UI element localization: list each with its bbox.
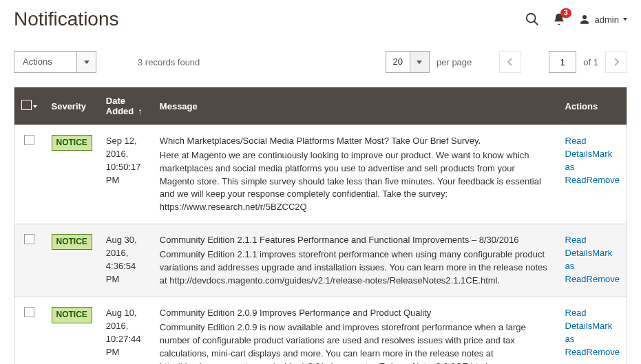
actions-dropdown-label: Actions — [14, 52, 76, 72]
row-checkbox[interactable] — [24, 135, 34, 145]
actions-dropdown[interactable]: Actions — [14, 51, 96, 73]
date-added-cell: Aug 30, 2016, 4:36:54 PM — [99, 224, 153, 297]
row-actions: Read DetailsMark as ReadRemove — [558, 297, 627, 364]
admin-label: admin — [595, 14, 619, 25]
read-details-link[interactable]: Read Details — [565, 136, 593, 159]
svg-point-0 — [526, 14, 535, 23]
caret-down-icon — [76, 52, 96, 72]
user-icon — [578, 13, 591, 25]
message-cell: Community Edition 2.0.9 Improves Perform… — [153, 297, 558, 364]
message-cell: Which Marketplaces/Social Media Platform… — [153, 125, 558, 224]
column-header-actions: Actions — [558, 87, 627, 125]
row-checkbox[interactable] — [24, 307, 34, 317]
records-found-label: 3 records found — [138, 57, 200, 67]
read-details-link[interactable]: Read Details — [565, 235, 593, 258]
search-icon[interactable] — [525, 12, 540, 27]
column-header-message[interactable]: Message — [153, 87, 558, 125]
notifications-table: Severity Date Added↑ Message Actions NOT… — [14, 87, 627, 364]
remove-link[interactable]: Remove — [587, 175, 620, 185]
svg-line-1 — [534, 21, 538, 25]
column-header-date-label: Date Added — [106, 96, 134, 116]
row-actions: Read DetailsMark as ReadRemove — [558, 125, 627, 224]
prev-page-button[interactable] — [499, 51, 521, 73]
per-page-label: per page — [437, 57, 472, 67]
sort-ascending-icon: ↑ — [138, 106, 143, 116]
page-title: Notifications — [14, 8, 119, 30]
caret-down-icon — [410, 52, 429, 72]
date-added-cell: Sep 12, 2016, 10:50:17 PM — [99, 125, 153, 224]
column-header-severity[interactable]: Severity — [45, 87, 99, 125]
remove-link[interactable]: Remove — [587, 347, 620, 357]
message-cell: Community Edition 2.1.1 Features Perform… — [153, 224, 558, 297]
row-checkbox[interactable] — [24, 234, 34, 244]
table-row: NOTICESep 12, 2016, 10:50:17 PMWhich Mar… — [14, 125, 627, 224]
page-number-input[interactable] — [549, 51, 576, 73]
severity-badge: NOTICE — [52, 234, 92, 250]
column-header-checkbox[interactable] — [14, 87, 45, 125]
svg-point-2 — [582, 15, 587, 19]
page-total-label: of 1 — [583, 57, 598, 67]
notifications-icon[interactable]: 3 — [552, 12, 566, 26]
caret-down-icon — [623, 18, 627, 21]
remove-link[interactable]: Remove — [587, 274, 620, 284]
admin-account-menu[interactable]: admin — [578, 13, 627, 25]
severity-badge: NOTICE — [52, 135, 92, 151]
severity-badge: NOTICE — [52, 307, 92, 323]
page-size-select[interactable]: 20 — [386, 51, 430, 73]
read-details-link[interactable]: Read Details — [565, 308, 593, 331]
column-header-date-added[interactable]: Date Added↑ — [99, 87, 153, 125]
page-size-value: 20 — [386, 52, 410, 72]
row-actions: Read DetailsMark as ReadRemove — [558, 224, 627, 297]
table-row: NOTICEAug 10, 2016, 10:27:44 PMCommunity… — [14, 297, 627, 364]
next-page-button[interactable] — [605, 51, 627, 73]
date-added-cell: Aug 10, 2016, 10:27:44 PM — [99, 297, 153, 364]
notification-badge: 3 — [560, 8, 571, 18]
table-row: NOTICEAug 30, 2016, 4:36:54 PMCommunity … — [14, 224, 627, 297]
